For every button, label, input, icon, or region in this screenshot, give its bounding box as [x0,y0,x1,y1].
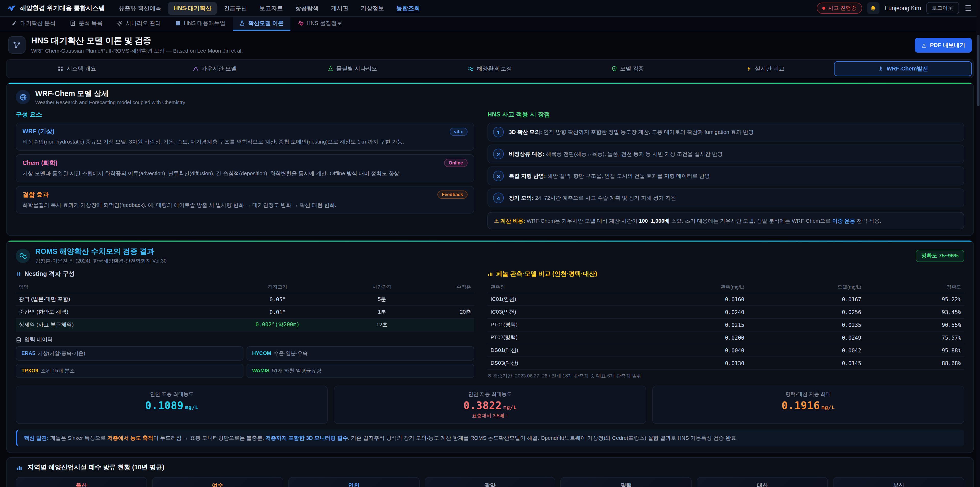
cell-area: 중간역 (한반도 해역) [16,306,208,319]
cell-observed: 0.0040 [630,344,747,357]
stat-label: 평택·대산 저층 최대 [658,391,959,398]
cell-observed: 0.0130 [630,357,747,370]
flask-icon [328,66,333,72]
advantage-item: 1 3D 확산 모의: 연직 방향 확산까지 포함한 정밀 농도장 계산. 고층… [487,123,964,142]
wrf-components-column: 구성 요소 WRF (기상) v4.x 비정수압(non-hydrostatic… [16,110,474,230]
roms-validation-section: ROMS 해양확산 수치모의 검증 결과 김창훈·이문진 외 (2024), 한… [6,240,974,453]
nav-item-rescue[interactable]: 긴급구난 [218,2,253,14]
advantage-item: 4 장기 모의: 24~72시간 예측으로 사고 수습 계획 및 장기 피해 평… [487,188,964,208]
scrollbar-thumb[interactable] [977,35,980,106]
component-desc: 비정수압(non-hydrostatic) 중규모 기상 모델. 3차원 바람장… [22,138,468,146]
incident-status-badge[interactable]: 사고 진행중 [816,3,862,14]
number-badge: 1 [493,127,504,137]
shield-check-icon [611,66,617,72]
stat-label: 인천 표층 최대농도 [21,391,322,398]
subnav-label: 시나리오 관리 [126,19,161,27]
cell-grid: 0.01° [208,306,347,319]
hamburger-menu-icon[interactable]: ☰ [964,3,973,13]
cell-station: PT01(평택) [487,319,630,332]
tab-label: 해양환경 보정 [477,65,512,72]
cell-accuracy: 75.57% [864,332,964,344]
region-busan: 부산 38,292 m³/일 447개소 [833,477,964,487]
column-header: 수직층 [417,282,474,293]
tab-model-validation[interactable]: 모델 검증 [559,61,697,76]
nav-item-hns-atmos[interactable]: HNS·대기확산 [168,2,217,14]
subnav-item-model-theory[interactable]: 확산모델 이론 [233,17,290,30]
cell-grid: 0.05° [208,293,347,306]
cell-grid: 0.002°(약200m) [208,319,347,332]
input-data-chips: ERA5기상(기압·풍속·기온) HYCOM수온·염분·유속 TPXO9조위 1… [16,346,474,378]
notification-bell-button[interactable] [867,2,880,14]
pdf-export-button[interactable]: PDF 내보내기 [915,38,972,52]
subnav-item-hns-substance[interactable]: HNS 물질정보 [291,17,349,30]
input-chip-hycom: HYCOM수온·염분·유속 [247,346,474,361]
cell-station: IC01(인천) [487,293,630,306]
nav-item-weather[interactable]: 기상정보 [355,2,390,14]
section-subtitle: 김창훈·이문진 외 (2024), 한국해양환경·안전학회지 Vol.30 [35,258,167,265]
tab-system-overview[interactable]: 시스템 개요 [8,61,146,76]
inputs-heading: 입력 데이터 [24,336,53,343]
cell-layers [417,293,474,306]
page-subtitle: WRF-Chem·Gaussian Plume/Puff·ROMS·해양환경 보… [31,48,243,55]
region-yeosu: 여수 124,890 m³/일 382개소 [152,477,283,487]
nesting-heading: Nesting 격자 구성 [24,270,75,279]
grid-icon [16,271,21,277]
pencil-icon [12,21,18,26]
column-header: 격자크기 [208,282,347,293]
column-header: 시간간격 [347,282,417,293]
wrfchem-detail-section: WRF-Chem 모델 상세 Weather Research and Fore… [6,82,974,236]
section-title: ROMS 해양확산 수치모의 검증 결과 [35,247,167,257]
nav-item-reports[interactable]: 보고자료 [254,2,289,14]
section-title: 지역별 해양산업시설 폐수 방류 현황 (10년 평균) [27,463,164,472]
cell-timestep: 5분 [347,293,417,306]
subnav-item-scenario-manage[interactable]: 시나리오 관리 [110,17,167,30]
stat-label: 인천 저층 최대농도 [340,391,641,398]
subnav-item-analysis-list[interactable]: 분석 목록 [63,17,109,30]
database-icon [16,337,21,343]
app-root: 해양환경 위기대응 통합시스템 유출유 확산예측 HNS·대기확산 긴급구난 보… [0,0,980,487]
nav-item-oil-spill[interactable]: 유출유 확산예측 [113,2,167,14]
phenol-compare-column: 페놀 관측·모델 비교 (인천·평택·대산) 관측점 관측(mg/L) 모델(m… [487,270,964,380]
nav-item-integrated-search[interactable]: 통합조회 [391,2,426,14]
tab-marine-correction[interactable]: 해양환경 보정 [421,61,558,76]
cell-accuracy: 88.68% [864,357,964,370]
tab-label: 실시간 비교 [755,65,784,72]
section-subtitle: Weather Research and Forecasting model c… [35,100,185,105]
tab-wrfchem-advance[interactable]: WRF-Chem발전 [834,61,972,76]
component-name: 결합 효과 [22,190,49,199]
tab-label: 시스템 개요 [67,65,96,72]
cell-accuracy: 90.55% [864,319,964,332]
nav-item-aerial-search[interactable]: 항공탐색 [290,2,325,14]
region-stats: 울산 414,620 m³/일 1,037개소 여수 124,890 m³/일 … [16,477,964,487]
page-scrollbar[interactable] [977,0,980,487]
wrf-advantages-column: HNS 사고 적용 시 장점 1 3D 확산 모의: 연직 방향 확산까지 포함… [487,110,964,230]
region-gwangyang: 광양 86,395 m³/일 96개소 [425,477,555,487]
gear-icon [117,21,123,26]
cell-accuracy: 95.22% [864,293,964,306]
table-row: IC01(인천) 0.0160 0.0167 95.22% [487,293,964,306]
nav-item-board[interactable]: 게시판 [325,2,354,14]
tab-gaussian-model[interactable]: 가우시안 모델 [146,61,283,76]
cell-observed: 0.0200 [630,332,747,344]
mode-badge: Online [444,159,468,167]
user-name: Eunjeong Kim [885,5,921,11]
column-header: 관측점 [487,282,630,293]
cell-station: DS03(대산) [487,357,630,370]
input-chip-tpxo9: TPXO9조위 15개 분조 [16,364,243,378]
region-name: 부산 [840,482,958,487]
bell-icon [870,5,877,11]
version-badge: v4.x [449,128,468,136]
grid-icon [58,66,64,72]
subnav-item-atmos-analysis[interactable]: 대기확산 분석 [5,17,62,30]
brand[interactable]: 해양환경 위기대응 통합시스템 [7,4,105,13]
tab-substance-scenario[interactable]: 물질별 시나리오 [283,61,421,76]
logout-button[interactable]: 로그아웃 [926,2,959,14]
cell-model: 0.0167 [748,293,864,306]
region-name: 대산 [703,482,821,487]
computation-cost-note: ⚠ 계산 비용: WRF-Chem은 가우시안 모델 대비 계산 시간이 100… [487,212,964,230]
subnav-item-hns-manual[interactable]: HNS 대응매뉴얼 [169,17,232,30]
cell-area: 광역 (일본·대만 포함) [16,293,208,306]
topnav-right: 사고 진행중 Eunjeong Kim 로그아웃 ☰ [816,2,973,14]
tab-realtime-compare[interactable]: 실시간 비교 [697,61,834,76]
pdf-export-label: PDF 내보내기 [930,41,965,49]
